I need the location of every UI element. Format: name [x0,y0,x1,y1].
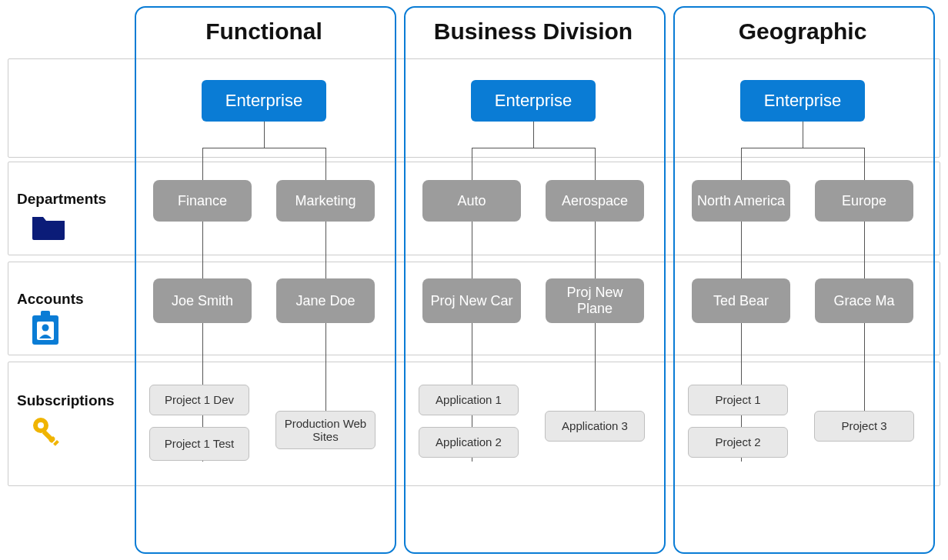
node-sub-proj1test: Project 1 Test [149,427,249,461]
connector [325,148,326,180]
node-dept-finance: Finance [153,180,252,222]
connector [741,222,742,278]
node-enterprise-functional: Enterprise [202,80,326,122]
connector [472,148,596,148]
node-sub-geo-p2: Project 2 [688,427,788,458]
connector [595,148,596,180]
row-label-departments: Departments [17,191,132,208]
node-sub-proj1dev: Project 1 Dev [149,385,249,415]
node-acct-grace: Grace Ma [815,278,913,323]
connector [202,148,326,148]
svg-point-3 [42,325,49,332]
connector [472,222,472,278]
connector [472,148,472,180]
connector [864,148,865,180]
connector [595,323,596,411]
connector [325,323,326,411]
node-sub-app3: Application 3 [545,411,645,442]
node-dept-na: North America [692,180,790,222]
node-acct-newplane: Proj New Plane [546,278,644,323]
node-dept-auto: Auto [422,180,521,222]
col-title-geographic: Geographic [673,18,932,45]
connector [595,222,596,278]
key-icon [31,415,63,451]
connector [325,222,326,278]
node-sub-app1: Application 1 [419,385,519,415]
row-label-accounts: Accounts [17,291,132,308]
node-dept-aerospace: Aerospace [546,180,644,222]
node-dept-europe: Europe [815,180,913,222]
folder-icon [31,212,66,243]
col-title-functional: Functional [135,18,393,45]
node-acct-jane: Jane Doe [276,278,375,323]
node-enterprise-geographic: Enterprise [740,80,865,122]
row-band-subscriptions [8,362,940,486]
connector [202,222,203,278]
row-label-subscriptions: Subscriptions [17,392,132,409]
connector [741,148,742,180]
node-acct-joe: Joe Smith [153,278,252,323]
connector [864,323,865,411]
node-sub-prodweb: Production Web Sites [275,411,376,449]
connector [864,222,865,278]
node-enterprise-business: Enterprise [471,80,596,122]
node-sub-app2: Application 2 [419,427,519,458]
node-acct-newcar: Proj New Car [422,278,521,323]
svg-rect-1 [41,311,50,318]
node-dept-marketing: Marketing [276,180,375,222]
diagram-stage: Departments Accounts Subscriptions [0,0,948,560]
connector [264,122,265,148]
connector [533,122,534,148]
svg-point-5 [38,422,44,428]
node-acct-ted: Ted Bear [692,278,790,323]
connector [803,122,803,148]
node-sub-geo-p3: Project 3 [814,411,914,442]
node-sub-geo-p1: Project 1 [688,385,788,415]
connector [202,148,203,180]
col-title-business: Business Division [404,18,663,45]
connector [741,148,865,148]
badge-icon [31,311,60,349]
